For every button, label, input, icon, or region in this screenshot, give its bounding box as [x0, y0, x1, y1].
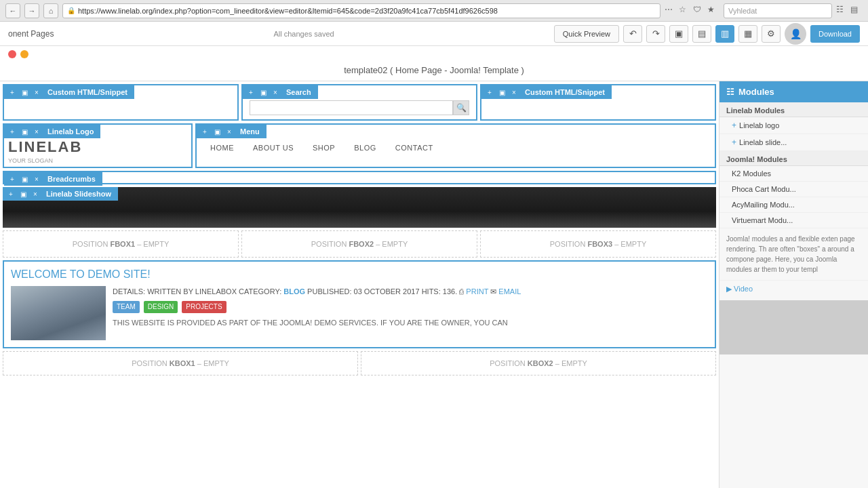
- slideshow-module: + ▣ × Linelab Slideshow: [3, 187, 716, 228]
- star-icon[interactable]: ★: [707, 5, 719, 17]
- print-link[interactable]: PRINT: [466, 287, 488, 296]
- sidebar-joomla-section: Joomla! Modules K2 Modules Phoca Cart Mo…: [719, 151, 868, 228]
- quick-preview-button[interactable]: Quick Preview: [554, 25, 619, 43]
- browser-bar: ← → ⌂ 🔒 https://www.linelab.org/index.ph…: [0, 0, 868, 22]
- module-copy-btn-2[interactable]: ▣: [496, 87, 507, 98]
- back-button[interactable]: ←: [5, 3, 20, 18]
- search-input[interactable]: [250, 100, 453, 115]
- video-icon: ▶: [726, 285, 734, 293]
- desktop-view-button[interactable]: ▣: [669, 25, 688, 43]
- nav-shop[interactable]: SHOP: [303, 141, 344, 155]
- split-view-button[interactable]: ▦: [738, 25, 757, 43]
- toolbar-right: Quick Preview ↶ ↷ ▣ ▤ ▥ ▦ ⚙ 👤 Download: [554, 23, 860, 45]
- bookmark-icon[interactable]: ☆: [679, 5, 691, 17]
- module-copy-btn-breadcrumb[interactable]: ▣: [19, 174, 30, 184]
- yellow-traffic-light: [20, 50, 28, 58]
- right-icons: ☷ ▤: [836, 5, 863, 17]
- fbox1-position: POSITION FBOX1 – EMPTY: [3, 230, 239, 258]
- module-delete-btn-1[interactable]: ×: [31, 87, 42, 98]
- sidebar-item-acymailing[interactable]: AcyMailing Modu...: [719, 197, 868, 213]
- module-delete-btn-2[interactable]: ×: [509, 87, 519, 98]
- module-move-btn-search[interactable]: +: [245, 87, 256, 98]
- hits-count: 136.: [443, 287, 457, 296]
- download-button[interactable]: Download: [810, 25, 860, 43]
- sidebar-item-linelab-slide[interactable]: + Linelab slide...: [719, 134, 868, 151]
- fbox2-position: POSITION FBOX2 – EMPTY: [241, 230, 477, 258]
- toolbar-left: onent Pages: [8, 29, 54, 39]
- module-copy-btn-menu[interactable]: ▣: [212, 126, 222, 137]
- video-label: Video: [734, 285, 753, 293]
- nav-home[interactable]: HOME: [201, 141, 243, 155]
- slideshow-toolbar: + ▣ × Linelab Slideshow: [3, 187, 118, 201]
- blog-category-link[interactable]: BLOG: [283, 287, 305, 296]
- sidebar-item-slide-label: Linelab slide...: [739, 138, 787, 146]
- module-move-btn-slideshow[interactable]: +: [5, 188, 16, 199]
- fbox-position-row: POSITION FBOX1 – EMPTY POSITION FBOX2 – …: [3, 230, 716, 258]
- module-move-btn-menu[interactable]: +: [199, 126, 210, 137]
- article-row: DETAILS: WRITTEN BY LINELABOX CATEGORY: …: [11, 286, 708, 340]
- extensions-icon[interactable]: ☷: [836, 5, 848, 17]
- mobile-view-button[interactable]: ▥: [715, 25, 734, 43]
- module-move-btn-2[interactable]: +: [484, 87, 495, 98]
- main-layout: + ▣ × Custom HTML/Snippet + ▣ × Search: [0, 81, 868, 488]
- url-text: https://www.linelab.org/index.php?option…: [78, 7, 498, 15]
- sidebar: ☷ Modules Linelab Modules + Linelab logo…: [719, 81, 868, 488]
- sidebar-item-logo-label: Linelab logo: [739, 121, 779, 129]
- toolbar-center: All changes saved: [273, 30, 334, 38]
- shield-icon[interactable]: 🛡: [693, 5, 705, 17]
- sidebar-video[interactable]: ▶ Video: [719, 281, 868, 298]
- email-link[interactable]: EMAIL: [498, 287, 521, 296]
- nav-blog[interactable]: BLOG: [344, 141, 386, 155]
- module-delete-btn-breadcrumb[interactable]: ×: [31, 174, 42, 184]
- sidebar-item-phoca[interactable]: Phoca Cart Modu...: [719, 182, 868, 197]
- welcome-title: WELCOME TO DEMO SITE!: [11, 268, 708, 281]
- module-move-btn-1[interactable]: +: [7, 87, 18, 98]
- page-title: template02 ( Home Page - Joomla! Templat…: [344, 65, 524, 75]
- tag-projects: PROJECTS: [182, 301, 226, 313]
- url-bar[interactable]: 🔒 https://www.linelab.org/index.php?opti…: [62, 3, 660, 18]
- tablet-view-button[interactable]: ▤: [692, 25, 711, 43]
- tags-row: TEAM DESIGN PROJECTS: [113, 301, 708, 313]
- home-button[interactable]: ⌂: [43, 3, 58, 18]
- sidebar-item-virtuemart-label: Virtuemart Modu...: [732, 216, 793, 224]
- module-copy-btn-slideshow[interactable]: ▣: [18, 188, 28, 199]
- module-delete-btn-slideshow[interactable]: ×: [30, 188, 41, 199]
- nav-contact[interactable]: CONTACT: [386, 141, 443, 155]
- plus-icon-slide: +: [732, 138, 736, 147]
- sidebar-item-linelab-logo[interactable]: + Linelab logo: [719, 117, 868, 134]
- module-toolbar-1: + ▣ × Custom HTML/Snippet: [4, 85, 134, 99]
- linelab-modules-label: Linelab Modules: [719, 102, 868, 117]
- avatar[interactable]: 👤: [785, 23, 806, 45]
- module-move-btn-breadcrumb[interactable]: +: [7, 174, 18, 184]
- module-delete-btn-menu[interactable]: ×: [224, 126, 235, 137]
- module-delete-btn-logo[interactable]: ×: [31, 126, 42, 137]
- browser-icons: ⋯ ☆ 🛡 ★: [665, 5, 719, 17]
- profile-icon[interactable]: ▤: [850, 5, 863, 17]
- undo-button[interactable]: ↶: [623, 25, 642, 43]
- forward-button[interactable]: →: [24, 3, 39, 18]
- search-button[interactable]: 🔍: [453, 100, 469, 115]
- module-toolbar-search: + ▣ × Search: [243, 85, 318, 99]
- sidebar-item-k2[interactable]: K2 Modules: [719, 166, 868, 182]
- sidebar-item-virtuemart[interactable]: Virtuemart Modu...: [719, 213, 868, 228]
- module-copy-btn-search[interactable]: ▣: [258, 87, 269, 98]
- module-toolbar-breadcrumb: + ▣ × Breadcrumbs: [4, 172, 102, 186]
- module-move-btn-logo[interactable]: +: [7, 126, 18, 137]
- details-suffix: PUBLISHED: 03 OCTOBER 2017 HITS:: [307, 287, 443, 296]
- module-delete-btn-search[interactable]: ×: [270, 87, 281, 98]
- more-icon[interactable]: ⋯: [665, 5, 677, 17]
- redo-button[interactable]: ↷: [646, 25, 665, 43]
- logo-module-label: Linelab Logo: [43, 127, 98, 136]
- nav-about[interactable]: ABOUT US: [243, 141, 303, 155]
- kbox-position-row: POSITION KBOX1 – EMPTY POSITION KBOX2 – …: [3, 351, 716, 375]
- details-prefix: DETAILS: WRITTEN BY LINELABOX CATEGORY:: [113, 287, 281, 296]
- module-copy-btn-logo[interactable]: ▣: [19, 126, 30, 137]
- kbox1-name: KBOX1: [170, 359, 195, 367]
- module-copy-btn-1[interactable]: ▣: [19, 87, 30, 98]
- logo-slogan: YOUR SLOGAN: [8, 157, 187, 164]
- browser-search[interactable]: Vyhledat: [724, 3, 832, 18]
- fbox2-name: FBOX2: [349, 240, 374, 248]
- settings-button[interactable]: ⚙: [762, 25, 781, 43]
- menu-content: HOME ABOUT US SHOP BLOG CONTACT: [197, 125, 715, 160]
- article-meta-row: DETAILS: WRITTEN BY LINELABOX CATEGORY: …: [113, 286, 708, 298]
